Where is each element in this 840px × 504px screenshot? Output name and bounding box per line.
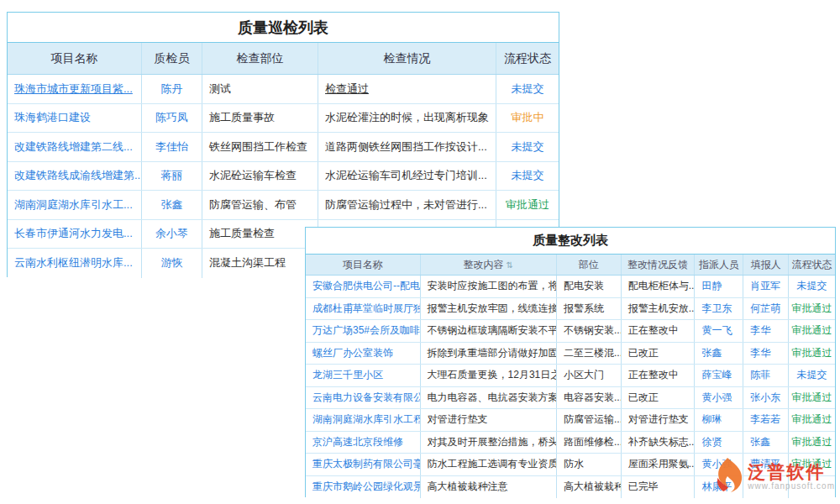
col-flow-status: 流程状态 (789, 255, 835, 275)
rectification-header-row: 项目名称 整改内容 ⇅ 部位 整改情况反馈 指派人员 填报人 流程状态 (306, 255, 835, 276)
table-row[interactable]: 改建铁路线成渝线增建第... 蒋丽 水泥砼运输车检查 水泥砼运输车司机经过专门培… (8, 162, 559, 192)
project-link[interactable]: 京沪高速北京段维修 (306, 432, 421, 454)
project-link[interactable]: 长春市伊通河水力发电... (8, 220, 142, 249)
table-row[interactable]: 万达广场35#会所及咖啡厅空... 不锈钢边框玻璃隔断安装不平... 不锈钢安装… (306, 320, 835, 343)
status-badge[interactable]: 未提交 (496, 75, 559, 103)
reporter-name[interactable]: 肖亚军 (743, 276, 789, 297)
table-row[interactable]: 湖南洞庭湖水库引水工程施工1标 对管进行垫支 防腐管运输... 对管进行垫支 柳… (306, 409, 835, 432)
project-link[interactable]: 重庆太极制药有限公司毫州中... (306, 454, 421, 475)
assignee-name[interactable]: 薛宝峰 (695, 365, 743, 386)
status-badge[interactable]: 未提交 (789, 276, 835, 297)
table-row[interactable]: 螺丝厂办公室装饰 拆除到承重墙部分请做好加固... 二至三楼混... 已改正 张… (306, 343, 835, 365)
table-row[interactable]: 成都杜甫草堂临时展厅独立展... 报警主机安放牢固，线缆连接... 报警系统 报… (306, 298, 835, 321)
project-link[interactable]: 珠海鹤港口建设 (8, 104, 142, 133)
sort-icon[interactable]: ⇅ (507, 260, 513, 270)
inspector-name[interactable]: 游恢 (142, 249, 202, 278)
table-row[interactable]: 珠海市城市更新项目紫... 陈丹 测试 检查通过 未提交 (8, 75, 559, 104)
project-link[interactable]: 改建铁路线增建第二线... (8, 133, 142, 161)
project-link[interactable]: 重庆市鹅岭公园绿化观景提升... (306, 476, 421, 499)
part: 报警系统 (557, 298, 622, 320)
project-link[interactable]: 湖南洞庭湖水库引水工程施工1标 (306, 409, 421, 431)
project-link[interactable]: 螺丝厂办公室装饰 (306, 343, 421, 365)
col-inspect-situation: 检查情况 (318, 43, 496, 74)
status-badge[interactable]: 审批通过 (789, 432, 835, 454)
watermark-text: 泛普软件 www.fanpusoft.com (748, 462, 835, 491)
feedback: 屋面采用聚氨... (622, 454, 696, 475)
project-link[interactable]: 湖南洞庭湖水库引水工... (8, 191, 142, 219)
inspect-part: 水泥砼运输车检查 (202, 162, 318, 191)
part: 配电安装 (557, 276, 622, 297)
rectify-content: 高大植被栽种注意 (421, 476, 557, 499)
col-inspector: 质检员 (142, 43, 202, 74)
project-link[interactable]: 云南水利枢纽潜明水库... (8, 249, 142, 278)
inspection-list-title: 质量巡检列表 (8, 13, 559, 43)
status-badge[interactable]: 审批通过 (789, 343, 835, 365)
inspector-name[interactable]: 陈巧凤 (142, 104, 202, 133)
part: 小区大门 (557, 365, 622, 386)
reporter-name[interactable]: 陈菲 (743, 365, 789, 386)
feedback: 已完毕 (622, 476, 696, 499)
project-link[interactable]: 云南电力设备安装有限公司20... (306, 387, 421, 409)
col-project-name: 项目名称 (306, 255, 421, 275)
part: 电容器安装... (557, 387, 622, 409)
feedback: 补齐缺失标志... (622, 432, 696, 454)
project-link[interactable]: 成都杜甫草堂临时展厅独立展... (306, 298, 421, 320)
assignee-name[interactable]: 田静 (695, 276, 743, 297)
watermark: 泛普软件 www.fanpusoft.com (711, 455, 835, 497)
fanpu-flame-icon (711, 455, 744, 497)
status-badge[interactable]: 未提交 (789, 365, 835, 386)
project-link[interactable]: 万达广场35#会所及咖啡厅空... (306, 320, 421, 342)
table-row[interactable]: 珠海鹤港口建设 陈巧凤 施工质量事故 水泥砼灌注的时候，出现离析现象 审批中 (8, 104, 559, 134)
status-badge[interactable]: 审批通过 (789, 409, 835, 431)
inspector-name[interactable]: 陈丹 (142, 75, 202, 103)
reporter-name[interactable]: 李华 (743, 320, 789, 342)
status-badge[interactable]: 审批通过 (496, 191, 559, 219)
status-badge[interactable]: 审批通过 (789, 298, 835, 320)
table-row[interactable]: 京沪高速北京段维修 对其及时开展整治措施，桥头... 路面维修检... 补齐缺失… (306, 432, 835, 454)
rectify-content: 电力电容器、电抗器安装方案... (421, 387, 557, 409)
inspect-situation: 检查通过 (318, 75, 496, 103)
assignee-name[interactable]: 黄一飞 (695, 320, 743, 342)
project-link[interactable]: 改建铁路线成渝线增建第... (8, 162, 142, 191)
table-row[interactable]: 云南电力设备安装有限公司20... 电力电容器、电抗器安装方案... 电容器安装… (306, 387, 835, 410)
status-badge[interactable]: 未提交 (496, 162, 559, 191)
table-row[interactable]: 改建铁路线增建第二线... 李佳怡 铁丝网围挡工作检查 道路两侧铁丝网围挡工作按… (8, 133, 559, 162)
project-link[interactable]: 安徽合肥供电公司--配电设备... (306, 276, 421, 297)
assignee-name[interactable]: 李卫东 (695, 298, 743, 320)
feedback: 配电柜柜体与... (622, 276, 696, 297)
assignee-name[interactable]: 徐贤 (695, 432, 743, 454)
table-row[interactable]: 龙湖三千里小区 大理石质量更换，12月31日之... 小区大门 正在整改中 薛宝… (306, 365, 835, 387)
part: 路面维修检... (557, 432, 622, 454)
col-project-name: 项目名称 (8, 43, 142, 74)
project-link[interactable]: 珠海市城市更新项目紫... (8, 75, 142, 103)
status-badge[interactable]: 审批通过 (789, 387, 835, 409)
reporter-name[interactable]: 何芷萌 (743, 298, 789, 320)
table-row[interactable]: 湖南洞庭湖水库引水工... 张鑫 防腐管运输、布管 防腐管运输过程中，未对管进行… (8, 191, 559, 220)
col-feedback: 整改情况反馈 (622, 255, 696, 275)
watermark-brand: 泛普软件 (748, 462, 835, 481)
assignee-name[interactable]: 黄小强 (695, 387, 743, 409)
project-link[interactable]: 龙湖三千里小区 (306, 365, 421, 386)
rectify-content: 对其及时开展整治措施，桥头... (421, 432, 557, 454)
inspector-name[interactable]: 李佳怡 (142, 133, 202, 161)
reporter-name[interactable]: 李若若 (743, 409, 789, 431)
feedback: 报警主机安放... (622, 298, 696, 320)
assignee-name[interactable]: 柳琳 (695, 409, 743, 431)
col-rectify-content-label: 整改内容 (464, 258, 504, 272)
col-reporter: 填报人 (743, 255, 789, 275)
status-badge[interactable]: 未提交 (496, 133, 559, 161)
inspector-name[interactable]: 蒋丽 (142, 162, 202, 191)
inspector-name[interactable]: 余小琴 (142, 220, 202, 249)
assignee-name[interactable]: 张鑫 (695, 343, 743, 365)
table-row[interactable]: 安徽合肥供电公司--配电设备... 安装时应按施工图的布置，将... 配电安装 … (306, 276, 835, 298)
status-badge[interactable]: 审批中 (496, 104, 559, 133)
inspection-header-row: 项目名称 质检员 检查部位 检查情况 流程状态 (8, 43, 559, 75)
reporter-name[interactable]: 张小东 (743, 387, 789, 409)
status-badge[interactable]: 审批通过 (789, 320, 835, 342)
inspect-part: 施工质量事故 (202, 104, 318, 133)
feedback: 已改正 (622, 343, 696, 365)
reporter-name[interactable]: 李华 (743, 343, 789, 365)
inspector-name[interactable]: 张鑫 (142, 191, 202, 219)
feedback: 对管进行垫支 (622, 409, 696, 431)
reporter-name[interactable]: 张鑫 (743, 432, 789, 454)
